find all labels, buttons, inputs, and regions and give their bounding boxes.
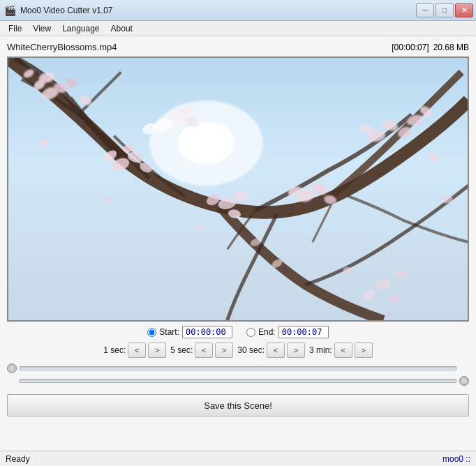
adj-5sec-back[interactable]: < [195, 343, 213, 358]
adj-3min-forward[interactable]: > [355, 343, 373, 358]
video-canvas [8, 58, 468, 320]
title-text: Moo0 Video Cutter v1.07 [20, 6, 113, 15]
minimize-button[interactable]: ─ [416, 3, 434, 17]
controls-area: Start: End: 1 sec: < > 5 sec: < > [7, 322, 469, 419]
slider-end-track[interactable] [20, 379, 456, 383]
file-duration: [00:00:07] [392, 43, 429, 52]
start-radio[interactable] [147, 328, 156, 337]
menu-view[interactable]: View [27, 22, 57, 35]
slider-end-row [7, 376, 469, 386]
end-time-input[interactable] [278, 326, 329, 338]
main-area: WhiteCherryBlossoms.mp4 [00:00:07] 20.68… [0, 36, 476, 466]
adj-1sec-forward[interactable]: > [148, 343, 166, 358]
start-label: Start: [159, 327, 179, 337]
status-bar: Ready moo0 :: [0, 451, 476, 466]
svg-rect-0 [8, 58, 468, 320]
maximize-button[interactable]: □ [436, 3, 454, 17]
adj-3min-back[interactable]: < [334, 343, 352, 358]
end-radio[interactable] [246, 328, 255, 337]
app-icon: 🎬 [4, 5, 16, 16]
close-button[interactable]: ✕ [455, 3, 473, 17]
status-text: Ready [6, 454, 30, 464]
adj-1sec: 1 sec: < > [103, 343, 166, 358]
start-end-row: Start: End: [7, 326, 469, 338]
filename: WhiteCherryBlossoms.mp4 [7, 42, 117, 52]
title-bar: 🎬 Moo0 Video Cutter v1.07 ─ □ ✕ [0, 0, 476, 21]
title-bar-left: 🎬 Moo0 Video Cutter v1.07 [4, 5, 113, 16]
status-link[interactable]: moo0 :: [442, 454, 470, 464]
adj-1sec-label: 1 sec: [103, 345, 126, 355]
slider-start-thumb[interactable] [7, 363, 17, 373]
start-radio-group: Start: [147, 326, 232, 338]
end-label: End: [258, 327, 276, 337]
adj-30sec-back[interactable]: < [267, 343, 285, 358]
adj-5sec-label: 5 sec: [170, 345, 193, 355]
file-info-bar: WhiteCherryBlossoms.mp4 [00:00:07] 20.68… [7, 40, 469, 54]
slider-start-row [7, 363, 469, 373]
video-preview [7, 57, 469, 322]
end-radio-group: End: [246, 326, 329, 338]
menu-file[interactable]: File [3, 22, 27, 35]
file-size: 20.68 MB [433, 43, 469, 52]
start-time-input[interactable] [182, 326, 232, 338]
adj-3min: 3 min: < > [309, 343, 373, 358]
slider-start-track[interactable] [20, 366, 456, 370]
slider-end-thumb[interactable] [459, 376, 469, 386]
adj-30sec-forward[interactable]: > [287, 343, 305, 358]
adj-buttons-row: 1 sec: < > 5 sec: < > 30 sec: < > 3 min:… [7, 343, 469, 358]
adj-30sec: 30 sec: < > [237, 343, 305, 358]
adj-3min-label: 3 min: [309, 345, 332, 355]
adj-1sec-back[interactable]: < [128, 343, 146, 358]
menu-bar: File View Language About [0, 21, 476, 36]
save-button[interactable]: Save this Scene! [7, 394, 469, 416]
adj-30sec-label: 30 sec: [237, 345, 265, 355]
adj-5sec-forward[interactable]: > [215, 343, 233, 358]
title-controls: ─ □ ✕ [416, 3, 473, 17]
menu-about[interactable]: About [105, 22, 138, 35]
menu-language[interactable]: Language [57, 22, 105, 35]
adj-5sec: 5 sec: < > [170, 343, 233, 358]
sliders-area [7, 362, 469, 387]
